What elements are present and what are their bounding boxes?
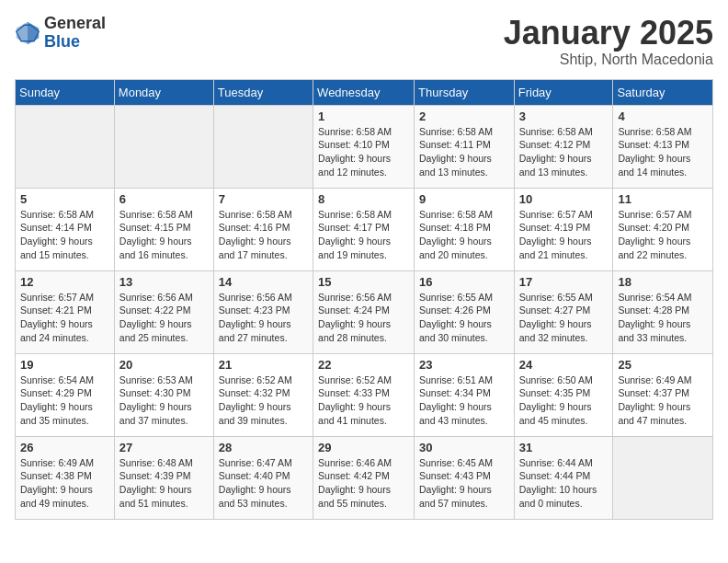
calendar-cell: 16Sunrise: 6:55 AMSunset: 4:26 PMDayligh…: [415, 270, 515, 353]
weekday-header: Sunday: [16, 79, 115, 105]
day-info: Sunrise: 6:46 AMSunset: 4:42 PMDaylight:…: [318, 456, 409, 511]
day-number: 29: [318, 441, 409, 454]
weekday-header: Monday: [114, 79, 213, 105]
calendar-week-row: 1Sunrise: 6:58 AMSunset: 4:10 PMDaylight…: [16, 105, 713, 188]
day-number: 31: [519, 441, 609, 454]
day-number: 5: [20, 192, 109, 206]
day-number: 4: [618, 109, 708, 123]
day-info: Sunrise: 6:52 AMSunset: 4:32 PMDaylight:…: [219, 373, 308, 428]
day-info: Sunrise: 6:57 AMSunset: 4:21 PMDaylight:…: [20, 291, 109, 345]
logo-icon: [15, 20, 40, 46]
day-info: Sunrise: 6:58 AMSunset: 4:11 PMDaylight:…: [419, 125, 509, 179]
day-info: Sunrise: 6:44 AMSunset: 4:44 PMDaylight:…: [519, 456, 609, 511]
calendar-cell: 23Sunrise: 6:51 AMSunset: 4:34 PMDayligh…: [415, 353, 515, 436]
day-number: 25: [618, 358, 708, 372]
calendar-week-row: 26Sunrise: 6:49 AMSunset: 4:38 PMDayligh…: [16, 436, 713, 519]
calendar-cell: 29Sunrise: 6:46 AMSunset: 4:42 PMDayligh…: [313, 436, 415, 519]
day-number: 9: [419, 192, 509, 206]
calendar-cell: 5Sunrise: 6:58 AMSunset: 4:14 PMDaylight…: [16, 188, 115, 270]
calendar-cell: 28Sunrise: 6:47 AMSunset: 4:40 PMDayligh…: [213, 436, 313, 519]
day-info: Sunrise: 6:58 AMSunset: 4:13 PMDaylight:…: [618, 125, 708, 179]
day-number: 22: [318, 358, 409, 372]
day-number: 18: [618, 275, 708, 289]
calendar-cell: 17Sunrise: 6:55 AMSunset: 4:27 PMDayligh…: [514, 270, 613, 353]
day-number: 3: [519, 109, 609, 123]
day-info: Sunrise: 6:58 AMSunset: 4:18 PMDaylight:…: [419, 208, 509, 262]
logo: General Blue: [15, 15, 106, 52]
day-info: Sunrise: 6:56 AMSunset: 4:23 PMDaylight:…: [219, 291, 308, 345]
day-info: Sunrise: 6:54 AMSunset: 4:28 PMDaylight:…: [618, 291, 708, 345]
day-info: Sunrise: 6:58 AMSunset: 4:14 PMDaylight:…: [20, 208, 109, 262]
calendar-cell: 24Sunrise: 6:50 AMSunset: 4:35 PMDayligh…: [514, 353, 613, 436]
day-info: Sunrise: 6:49 AMSunset: 4:37 PMDaylight:…: [618, 373, 708, 428]
calendar-cell: 4Sunrise: 6:58 AMSunset: 4:13 PMDaylight…: [613, 105, 713, 188]
calendar-cell: 31Sunrise: 6:44 AMSunset: 4:44 PMDayligh…: [514, 436, 613, 519]
day-number: 24: [519, 358, 609, 372]
calendar-week-row: 12Sunrise: 6:57 AMSunset: 4:21 PMDayligh…: [16, 270, 713, 353]
calendar-cell: 13Sunrise: 6:56 AMSunset: 4:22 PMDayligh…: [114, 270, 213, 353]
calendar-cell: 11Sunrise: 6:57 AMSunset: 4:20 PMDayligh…: [613, 188, 713, 270]
day-info: Sunrise: 6:55 AMSunset: 4:27 PMDaylight:…: [519, 291, 609, 345]
calendar-cell: 18Sunrise: 6:54 AMSunset: 4:28 PMDayligh…: [613, 270, 713, 353]
calendar-cell: [114, 105, 213, 188]
day-number: 11: [618, 192, 708, 206]
weekday-header: Tuesday: [213, 79, 313, 105]
calendar-cell: [613, 436, 713, 519]
calendar-cell: 9Sunrise: 6:58 AMSunset: 4:18 PMDaylight…: [415, 188, 515, 270]
day-info: Sunrise: 6:54 AMSunset: 4:29 PMDaylight:…: [20, 373, 109, 428]
day-number: 27: [119, 441, 209, 454]
day-number: 19: [20, 358, 109, 372]
day-info: Sunrise: 6:45 AMSunset: 4:43 PMDaylight:…: [419, 456, 509, 511]
calendar-body: 1Sunrise: 6:58 AMSunset: 4:10 PMDaylight…: [16, 105, 713, 519]
calendar-cell: 6Sunrise: 6:58 AMSunset: 4:15 PMDaylight…: [114, 188, 213, 270]
day-info: Sunrise: 6:58 AMSunset: 4:10 PMDaylight:…: [318, 125, 409, 179]
day-number: 8: [318, 192, 409, 206]
day-info: Sunrise: 6:58 AMSunset: 4:15 PMDaylight:…: [119, 208, 209, 262]
calendar-cell: [213, 105, 313, 188]
day-info: Sunrise: 6:58 AMSunset: 4:12 PMDaylight:…: [519, 125, 609, 179]
day-number: 14: [219, 275, 308, 289]
day-info: Sunrise: 6:57 AMSunset: 4:20 PMDaylight:…: [618, 208, 708, 262]
day-info: Sunrise: 6:47 AMSunset: 4:40 PMDaylight:…: [219, 456, 308, 511]
day-info: Sunrise: 6:55 AMSunset: 4:26 PMDaylight:…: [419, 291, 509, 345]
day-info: Sunrise: 6:56 AMSunset: 4:22 PMDaylight:…: [119, 291, 209, 345]
title-block: January 2025 Shtip, North Macedonia: [504, 15, 713, 68]
calendar-cell: 15Sunrise: 6:56 AMSunset: 4:24 PMDayligh…: [313, 270, 415, 353]
day-info: Sunrise: 6:52 AMSunset: 4:33 PMDaylight:…: [318, 373, 409, 428]
weekday-header: Friday: [514, 79, 613, 105]
calendar-cell: 30Sunrise: 6:45 AMSunset: 4:43 PMDayligh…: [415, 436, 515, 519]
day-number: 17: [519, 275, 609, 289]
calendar-cell: 10Sunrise: 6:57 AMSunset: 4:19 PMDayligh…: [514, 188, 613, 270]
calendar-cell: 2Sunrise: 6:58 AMSunset: 4:11 PMDaylight…: [415, 105, 515, 188]
calendar-week-row: 5Sunrise: 6:58 AMSunset: 4:14 PMDaylight…: [16, 188, 713, 270]
day-info: Sunrise: 6:58 AMSunset: 4:16 PMDaylight:…: [219, 208, 308, 262]
calendar-cell: 7Sunrise: 6:58 AMSunset: 4:16 PMDaylight…: [213, 188, 313, 270]
weekday-header: Saturday: [613, 79, 713, 105]
day-number: 28: [219, 441, 308, 454]
day-info: Sunrise: 6:48 AMSunset: 4:39 PMDaylight:…: [119, 456, 209, 511]
calendar-cell: 1Sunrise: 6:58 AMSunset: 4:10 PMDaylight…: [313, 105, 415, 188]
day-number: 13: [119, 275, 209, 289]
day-number: 6: [119, 192, 209, 206]
day-number: 7: [219, 192, 308, 206]
day-number: 23: [419, 358, 509, 372]
logo-text: General Blue: [44, 15, 106, 52]
calendar-title: January 2025: [504, 15, 713, 52]
day-info: Sunrise: 6:57 AMSunset: 4:19 PMDaylight:…: [519, 208, 609, 262]
calendar-week-row: 19Sunrise: 6:54 AMSunset: 4:29 PMDayligh…: [16, 353, 713, 436]
page-header: General Blue January 2025 Shtip, North M…: [15, 15, 713, 68]
header-row: SundayMondayTuesdayWednesdayThursdayFrid…: [16, 79, 713, 105]
calendar-cell: [16, 105, 115, 188]
calendar-table: SundayMondayTuesdayWednesdayThursdayFrid…: [15, 79, 713, 520]
calendar-cell: 12Sunrise: 6:57 AMSunset: 4:21 PMDayligh…: [16, 270, 115, 353]
svg-marker-4: [17, 22, 28, 45]
day-number: 1: [318, 109, 409, 123]
day-info: Sunrise: 6:53 AMSunset: 4:30 PMDaylight:…: [119, 373, 209, 428]
day-number: 10: [519, 192, 609, 206]
calendar-subtitle: Shtip, North Macedonia: [504, 52, 713, 68]
calendar-cell: 22Sunrise: 6:52 AMSunset: 4:33 PMDayligh…: [313, 353, 415, 436]
day-info: Sunrise: 6:50 AMSunset: 4:35 PMDaylight:…: [519, 373, 609, 428]
calendar-cell: 3Sunrise: 6:58 AMSunset: 4:12 PMDaylight…: [514, 105, 613, 188]
day-info: Sunrise: 6:58 AMSunset: 4:17 PMDaylight:…: [318, 208, 409, 262]
day-number: 21: [219, 358, 308, 372]
